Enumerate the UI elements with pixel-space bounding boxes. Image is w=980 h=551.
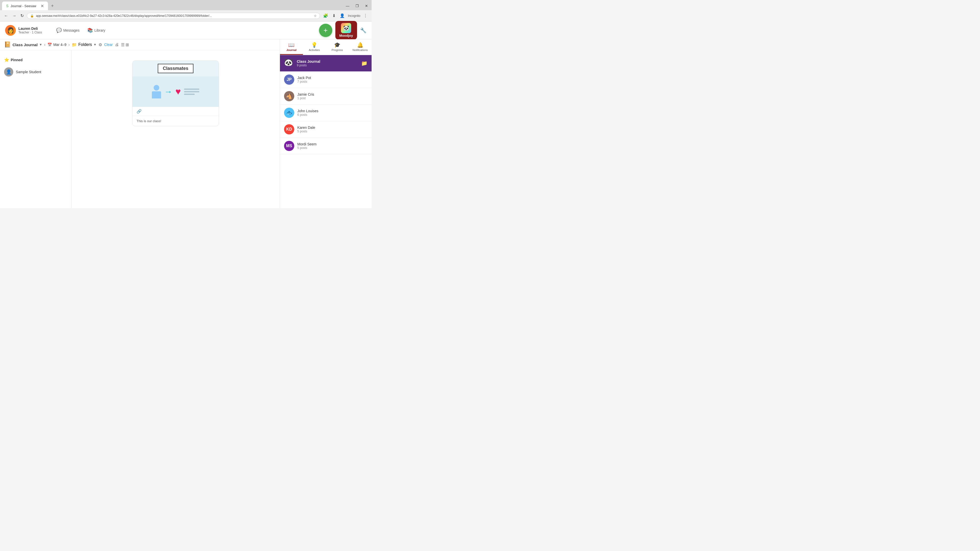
view-toggle: ☰ ⊞ [121,42,129,47]
user-avatar: 👩 [5,25,16,36]
header-nav: 💬 Messages 📚 Library [56,27,105,33]
extensions-button[interactable]: 🧩 [322,12,329,19]
pinned-student-item[interactable]: 👤 Sample Student [4,65,67,79]
student-posts-kd: 5 posts [298,130,368,133]
class-journal-avatar: 🐼 [284,58,294,68]
journal-tab-label: Journal [286,48,297,52]
messages-icon: 💬 [56,27,62,33]
student-avatar-jl: 🐟 [284,108,294,118]
class-journal-info: Class Journal 9 posts [297,59,359,67]
class-journal-folder-icon[interactable]: 📁 [361,60,368,66]
notifications-tab-label: Notifications [352,48,368,52]
minimize-button[interactable]: — [344,3,351,8]
menu-button[interactable]: ⋮ [363,12,369,19]
close-button[interactable]: ✕ [363,3,369,8]
moodjoy-widget[interactable]: 🐼 Moodjoy [335,21,357,40]
main-content: 📔 Class Journal ▼ ‹ 📅 Mar 4–9 › 📁 Folder… [0,39,372,208]
student-item-ms[interactable]: MS Mordi Seem 5 posts [280,138,372,154]
link-icon[interactable]: 🔗 [137,109,142,114]
heart-icon: ♥ [175,86,181,97]
left-sidebar: ⭐ Pinned 👤 Sample Student [0,50,72,208]
folder-icon: 📁 [72,42,77,47]
right-sidebar: 📖 Journal 💡 Activities 🎓 Progress 🔔 Noti… [280,39,372,208]
address-icon: 🔒 [30,14,34,17]
prev-date-button[interactable]: ‹ [44,43,45,47]
class-chevron-icon: ▼ [39,43,42,46]
student-initials-jp: JP [286,77,292,82]
print-button[interactable]: 🖨 [115,42,119,47]
moodjoy-label: Moodjoy [339,34,353,38]
card-title: Classmates [158,64,193,73]
address-bar[interactable]: 🔒 app.seesaw.me/#/class/class.e01bf4c2-9… [27,13,320,19]
bookmark-icon: ☆ [314,14,317,17]
tab-bar: S Journal - Seesaw ✕ + — ❐ ✕ [0,0,372,10]
add-button[interactable]: + [319,24,332,37]
progress-tab-label: Progress [331,48,343,52]
next-date-button[interactable]: › [68,43,70,47]
student-item-kd[interactable]: KD Karen Dale 5 posts [280,121,372,138]
new-tab-button[interactable]: + [49,2,56,10]
pinned-header: ⭐ Pinned [4,57,67,62]
tab-close-button[interactable]: ✕ [41,3,44,8]
pinned-section: ⭐ Pinned 👤 Sample Student [0,54,71,82]
card-lines [184,89,199,95]
notifications-tab-icon: 🔔 [357,42,363,48]
student-info-jp: Jack Pot 7 posts [298,76,368,83]
user-info: 👩 Lauren Deli Teacher · 1 Class [5,25,51,36]
student-avatar-ms: MS [284,141,294,151]
student-item-jc[interactable]: 🐴 Jamie Cris 1 post [280,88,372,105]
calendar-icon: 📅 [48,43,52,47]
content-area: Classmates → ♥ [72,50,280,208]
moodjoy-avatar: 🐼 [341,23,351,33]
app-header: 👩 Lauren Deli Teacher · 1 Class 💬 Messag… [0,21,372,39]
profile-button[interactable]: 👤 [339,12,346,19]
student-name-kd: Karen Dale [298,125,368,130]
activities-tab-icon: 💡 [311,42,318,48]
back-button[interactable]: ← [3,13,9,19]
url-text: app.seesaw.me/#/class/class.e01bf4c2-9a2… [36,14,312,17]
student-avatar-jp: JP [284,75,294,85]
settings-button[interactable]: 🔧 [360,27,366,33]
progress-tab-icon: 🎓 [334,42,340,48]
card-footer: This is our class! [132,116,219,126]
student-name-jc: Jamie Cris [298,92,368,97]
tab-activities[interactable]: 💡 Activities [303,39,326,55]
tab-favicon: S [6,4,8,8]
student-emoji-jl: 🐟 [286,110,293,116]
forward-button[interactable]: → [11,13,18,19]
active-tab[interactable]: S Journal - Seesaw ✕ [2,2,48,10]
student-item-jl[interactable]: 🐟 John Louises 6 posts [280,105,372,121]
journal-card: Classmates → ♥ [132,60,219,126]
tab-progress[interactable]: 🎓 Progress [326,39,349,55]
student-list: JP Jack Pot 7 posts 🐴 Jamie Cri [280,71,372,154]
card-footer-text: This is our class! [137,119,161,123]
student-name-ms: Mordi Seem [298,142,368,146]
class-selector[interactable]: 📔 Class Journal ▼ [4,41,42,48]
messages-nav-item[interactable]: 💬 Messages [56,27,80,33]
class-name: Class Journal [13,43,38,47]
list-view-button[interactable]: ☰ [121,42,124,47]
tab-title: Journal - Seesaw [11,4,36,8]
clear-button[interactable]: Clear [104,43,113,47]
library-icon: 📚 [87,27,93,33]
tab-journal[interactable]: 📖 Journal [280,39,303,55]
library-nav-item[interactable]: 📚 Library [87,27,105,33]
filter-button[interactable]: ⚙ [99,42,102,47]
pinned-label: Pinned [11,58,23,62]
grid-view-button[interactable]: ⊞ [126,42,129,47]
add-icon: + [323,26,328,35]
student-item-jp[interactable]: JP Jack Pot 7 posts [280,71,372,88]
messages-label: Messages [63,28,80,32]
person-body [152,91,161,98]
folder-selector[interactable]: 📁 Folders ▼ [72,42,97,47]
date-nav-arrows: ‹ [44,43,45,47]
download-button[interactable]: ⬇ [331,12,337,19]
incognito-label: Incognito [348,14,360,17]
student-info-kd: Karen Dale 5 posts [298,125,368,133]
card-visual: → ♥ [132,76,219,107]
journal-tab-icon: 📖 [288,42,294,48]
tab-notifications[interactable]: 🔔 Notifications [348,39,372,55]
maximize-button[interactable]: ❐ [354,3,360,8]
class-journal-header[interactable]: 🐼 Class Journal 9 posts 📁 [280,55,372,71]
refresh-button[interactable]: ↻ [19,12,25,19]
